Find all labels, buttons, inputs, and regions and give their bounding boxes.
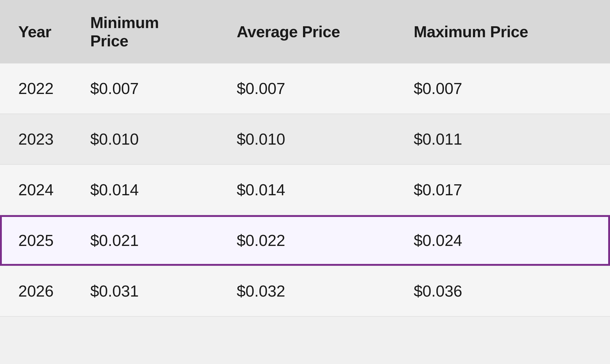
- cell-max-price: $0.007: [395, 63, 610, 114]
- cell-min-price: $0.010: [72, 114, 218, 164]
- table-row: 2025$0.021$0.022$0.024: [0, 215, 610, 266]
- header-row: Year Minimum Price Average Price Maximum…: [0, 0, 610, 63]
- cell-year: 2023: [0, 114, 72, 164]
- table-header: Year Minimum Price Average Price Maximum…: [0, 0, 610, 63]
- cell-max-price: $0.024: [395, 215, 610, 266]
- price-table-container: Year Minimum Price Average Price Maximum…: [0, 0, 610, 317]
- table-row: 2023$0.010$0.010$0.011: [0, 114, 610, 164]
- table-row: 2026$0.031$0.032$0.036: [0, 266, 610, 316]
- cell-min-price: $0.007: [72, 63, 218, 114]
- price-table: Year Minimum Price Average Price Maximum…: [0, 0, 610, 317]
- header-max-price: Maximum Price: [395, 0, 610, 63]
- cell-min-price: $0.031: [72, 266, 218, 316]
- cell-avg-price: $0.022: [218, 215, 395, 266]
- cell-min-price: $0.021: [72, 215, 218, 266]
- cell-avg-price: $0.007: [218, 63, 395, 114]
- cell-max-price: $0.017: [395, 164, 610, 215]
- cell-year: 2026: [0, 266, 72, 316]
- cell-year: 2025: [0, 215, 72, 266]
- table-row: 2022$0.007$0.007$0.007: [0, 63, 610, 114]
- cell-avg-price: $0.010: [218, 114, 395, 164]
- cell-year: 2022: [0, 63, 72, 114]
- cell-max-price: $0.036: [395, 266, 610, 316]
- cell-min-price: $0.014: [72, 164, 218, 215]
- cell-max-price: $0.011: [395, 114, 610, 164]
- table-body: 2022$0.007$0.007$0.0072023$0.010$0.010$0…: [0, 63, 610, 316]
- cell-avg-price: $0.032: [218, 266, 395, 316]
- cell-year: 2024: [0, 164, 72, 215]
- header-year: Year: [0, 0, 72, 63]
- table-row: 2024$0.014$0.014$0.017: [0, 164, 610, 215]
- header-avg-price: Average Price: [218, 0, 395, 63]
- cell-avg-price: $0.014: [218, 164, 395, 215]
- header-min-price: Minimum Price: [72, 0, 218, 63]
